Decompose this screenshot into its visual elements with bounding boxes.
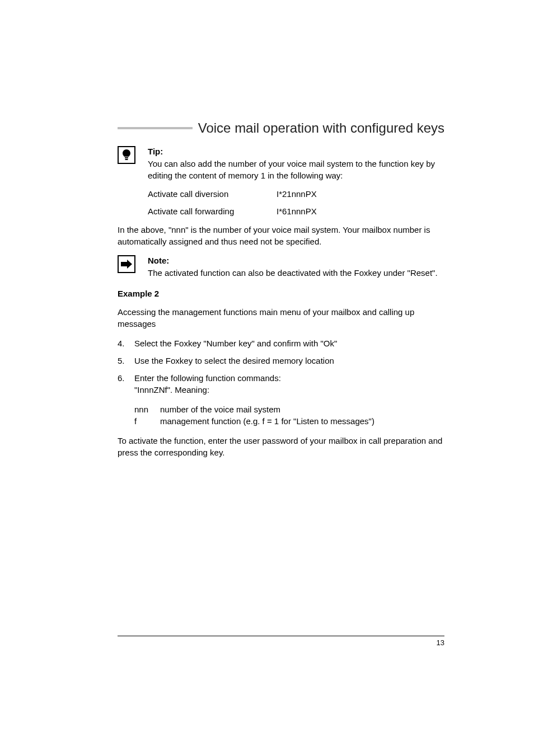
tip-label: Tip:	[148, 146, 444, 157]
command-code: I*61nnnPX	[277, 206, 317, 216]
tip-body: You can also add the number of your voic…	[148, 159, 435, 180]
definition-value: management function (e.g. f = 1 for "Lis…	[160, 415, 444, 427]
svg-rect-1	[125, 159, 128, 160]
paragraph: In the above, "nnn" is the number of you…	[118, 224, 444, 247]
tip-icon-wrap	[118, 146, 148, 181]
definition-row: nnn number of the voice mail system	[134, 403, 444, 415]
command-table: Activate call diversion I*21nnnPX Activa…	[148, 189, 444, 216]
document-page: Voice mail operation with configured key…	[0, 0, 534, 756]
definitions: nnn number of the voice mail system f ma…	[134, 403, 444, 427]
step-list: 4. Select the Foxkey "Number key" and co…	[118, 337, 444, 396]
step-text: Use the Foxkey to select the desired mem…	[134, 355, 444, 367]
note-text: Note: The activated function can also be…	[148, 255, 444, 279]
list-item: 6. Enter the following function commands…	[118, 372, 444, 396]
footer-rule	[118, 636, 444, 636]
example-heading: Example 2	[118, 289, 444, 298]
step-number: 5.	[118, 355, 134, 367]
example-intro: Accessing the management functions main …	[118, 306, 444, 330]
definition-row: f management function (e.g. f = 1 for "L…	[134, 415, 444, 427]
step-text: Enter the following function commands: "…	[134, 372, 444, 396]
header-rule	[118, 127, 193, 129]
page-title: Voice mail operation with configured key…	[198, 120, 444, 136]
command-label: Activate call diversion	[148, 189, 277, 199]
definition-key: f	[134, 415, 160, 427]
list-item: 5. Use the Foxkey to select the desired …	[118, 355, 444, 367]
note-body: The activated function can also be deact…	[148, 268, 438, 278]
page-footer: 13	[118, 636, 444, 647]
note-icon-wrap	[118, 255, 148, 279]
step-number: 6.	[118, 372, 134, 396]
page-number: 13	[118, 638, 444, 647]
note-label: Note:	[148, 255, 444, 266]
tip-text: Tip: You can also add the number of your…	[148, 146, 444, 181]
closing-paragraph: To activate the function, enter the user…	[118, 435, 444, 458]
arrow-right-icon	[118, 255, 135, 273]
step-number: 4.	[118, 337, 134, 349]
note-callout: Note: The activated function can also be…	[118, 255, 444, 279]
definition-key: nnn	[134, 403, 160, 415]
svg-rect-0	[125, 157, 128, 158]
step-text: Select the Foxkey "Number key" and confi…	[134, 337, 444, 349]
command-row: Activate call diversion I*21nnnPX	[148, 189, 444, 199]
lightbulb-icon	[118, 146, 135, 164]
command-code: I*21nnnPX	[277, 189, 317, 199]
definition-value: number of the voice mail system	[160, 403, 444, 415]
page-header: Voice mail operation with configured key…	[118, 120, 444, 136]
tip-callout: Tip: You can also add the number of your…	[118, 146, 444, 181]
list-item: 4. Select the Foxkey "Number key" and co…	[118, 337, 444, 349]
command-row: Activate call forwarding I*61nnnPX	[148, 206, 444, 216]
command-label: Activate call forwarding	[148, 206, 277, 216]
